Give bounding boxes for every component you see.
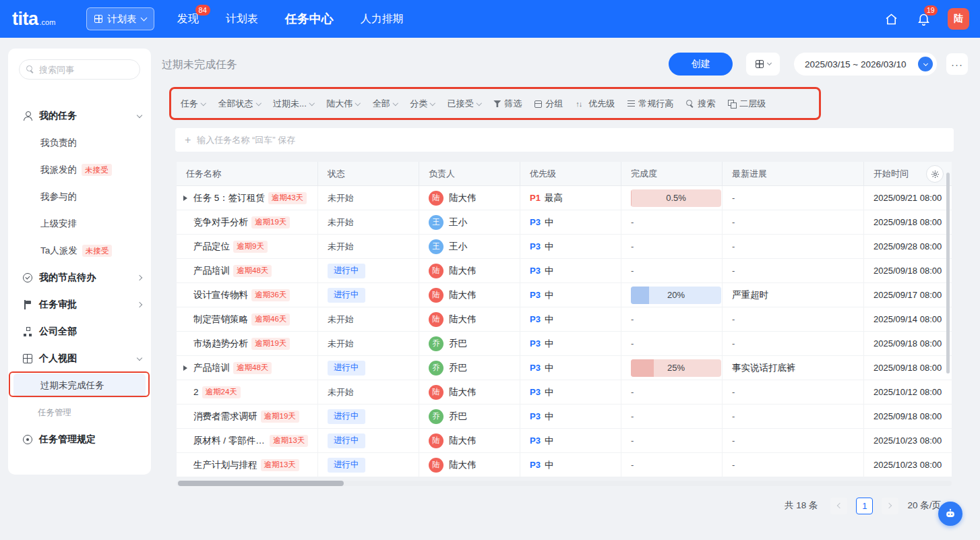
- priority-code: P3: [530, 436, 541, 446]
- filter-dropdown-3[interactable]: 过期未...: [273, 98, 313, 110]
- sidebar-item-10[interactable]: 个人视图: [8, 345, 151, 372]
- colleague-search-input[interactable]: [39, 65, 127, 75]
- status-label[interactable]: 未开始: [328, 313, 354, 326]
- task-name[interactable]: 市场趋势分析: [193, 338, 248, 350]
- notifications-button[interactable]: 19: [915, 11, 931, 27]
- horizontal-scrollbar-track[interactable]: [177, 481, 952, 486]
- status-label[interactable]: 未开始: [328, 192, 354, 204]
- topnav-item-1[interactable]: 发现84: [177, 12, 199, 26]
- column-header-6[interactable]: 最新进展: [723, 162, 864, 185]
- toolbar-funnel-button[interactable]: 筛选: [493, 98, 522, 110]
- filter-dropdown-7[interactable]: 已接受: [448, 98, 481, 110]
- tita-logo[interactable]: tita.com: [12, 9, 55, 30]
- task-row-9[interactable]: 2逾期24天未开始陆陆大伟P3中--2025/10/12 08:00: [177, 380, 952, 404]
- create-button[interactable]: 创建: [669, 53, 733, 76]
- current-page-button[interactable]: 1: [856, 498, 873, 514]
- status-label[interactable]: 进行中: [328, 458, 365, 473]
- task-row-2[interactable]: 竞争对手分析逾期19天未开始王王小P3中--2025/09/18 08:00: [177, 210, 952, 235]
- status-label[interactable]: 进行中: [328, 264, 365, 278]
- task-name[interactable]: 任务 5：签订租赁: [193, 192, 265, 204]
- task-name[interactable]: 制定营销策略: [193, 313, 248, 326]
- task-row-4[interactable]: 产品培训逾期48天进行中陆陆大伟P3中--2025/09/18 08:00: [177, 259, 952, 283]
- task-row-5[interactable]: 设计宣传物料逾期36天进行中陆陆大伟P3中20%严重超时2025/09/17 0…: [177, 283, 952, 307]
- task-name[interactable]: 2: [193, 387, 199, 397]
- next-page-button[interactable]: [882, 498, 898, 514]
- sidebar-item-3[interactable]: 我派发的未接受: [8, 156, 151, 183]
- column-header-4[interactable]: 优先级: [520, 162, 621, 185]
- status-label[interactable]: 进行中: [328, 433, 365, 448]
- column-header-2[interactable]: 状态: [318, 162, 419, 185]
- task-row-11[interactable]: 原材料 / 零部件采购逾期13天进行中陆陆大伟P3中--2025/10/23 0…: [177, 429, 952, 453]
- task-row-1[interactable]: 任务 5：签订租赁逾期43天未开始陆陆大伟P1最高0.5%-2025/09/21…: [177, 186, 952, 210]
- more-options-button[interactable]: ···: [946, 53, 968, 75]
- task-name[interactable]: 产品培训: [193, 362, 230, 374]
- column-header-3[interactable]: 负责人: [419, 162, 520, 185]
- status-label[interactable]: 未开始: [328, 338, 354, 350]
- user-avatar[interactable]: 陆: [948, 8, 969, 30]
- task-row-6[interactable]: 制定营销策略逾期46天未开始陆陆大伟P3中--2025/09/14 08:00: [177, 307, 952, 332]
- task-row-10[interactable]: 消费者需求调研逾期19天进行中乔乔巴P3中--2025/09/18 08:00: [177, 404, 952, 429]
- filter-dropdown-5[interactable]: 全部: [373, 98, 398, 110]
- sidebar-item-9[interactable]: 公司全部: [8, 318, 151, 345]
- view-switch-button[interactable]: [746, 53, 780, 76]
- status-label[interactable]: 进行中: [328, 361, 365, 376]
- customer-service-bot-button[interactable]: [938, 502, 962, 526]
- topnav-item-4[interactable]: 人力排期: [361, 12, 404, 26]
- page-size-select[interactable]: 20 条/页: [907, 500, 941, 512]
- toolbar-sort-button[interactable]: 优先级: [576, 98, 615, 110]
- toolbar-grouping-button[interactable]: 分组: [534, 98, 563, 110]
- task-name[interactable]: 生产计划与排程: [193, 459, 257, 471]
- prev-page-button[interactable]: [830, 498, 847, 514]
- planner-label: 计划表: [107, 13, 137, 26]
- planner-dropdown-button[interactable]: 计划表: [86, 7, 154, 30]
- task-name[interactable]: 消费者需求调研: [193, 411, 257, 423]
- task-name[interactable]: 竞争对手分析: [193, 216, 248, 229]
- status-label[interactable]: 进行中: [328, 288, 365, 303]
- expand-caret-icon[interactable]: [183, 365, 187, 371]
- owner-name: 王小: [449, 241, 467, 253]
- sidebar-item-8[interactable]: 任务审批: [8, 291, 151, 318]
- status-label[interactable]: 未开始: [328, 216, 354, 229]
- task-name[interactable]: 设计宣传物料: [193, 289, 248, 301]
- task-row-3[interactable]: 产品定位逾期9天未开始王王小P3中--2025/09/28 08:00: [177, 235, 952, 259]
- sidebar-item-2[interactable]: 我负责的: [8, 129, 151, 156]
- column-header-5[interactable]: 完成度: [621, 162, 723, 185]
- status-label[interactable]: 未开始: [328, 241, 354, 253]
- progress-empty: -: [631, 217, 634, 227]
- status-label[interactable]: 进行中: [328, 409, 365, 424]
- home-button[interactable]: [883, 11, 899, 27]
- filter-dropdown-2[interactable]: 全部状态: [218, 98, 261, 110]
- horizontal-scrollbar-thumb[interactable]: [178, 481, 344, 486]
- sidebar-item-1[interactable]: 我的任务: [8, 102, 151, 129]
- task-row-7[interactable]: 市场趋势分析逾期19天未开始乔乔巴P3中--2025/09/18 08:00: [177, 332, 952, 356]
- toolbar-row-height-button[interactable]: 常规行高: [627, 98, 673, 110]
- topnav-item-2[interactable]: 计划表: [226, 12, 258, 26]
- sidebar-item-5[interactable]: 上级安排: [8, 210, 151, 237]
- filter-dropdown-6[interactable]: 分类: [410, 98, 435, 110]
- quick-add-task-input[interactable]: + 输入任务名称 “回车” 保存: [175, 128, 954, 152]
- latest-progress-cell: -: [723, 332, 864, 355]
- status-label[interactable]: 未开始: [328, 386, 354, 398]
- filter-dropdown-1[interactable]: 任务: [181, 98, 206, 110]
- sidebar-item-11[interactable]: 过期未完成任务: [13, 373, 146, 398]
- date-range-picker[interactable]: 2025/03/15 ~ 2026/03/10: [794, 53, 937, 76]
- column-settings-button[interactable]: [926, 165, 944, 183]
- task-name[interactable]: 原材料 / 零部件采购: [193, 435, 266, 447]
- toolbar-hierarchy-button[interactable]: 二层级: [728, 98, 766, 110]
- topnav-item-3[interactable]: 任务中心: [285, 11, 334, 27]
- sidebar-item-7[interactable]: 我的节点待办: [8, 264, 151, 291]
- task-row-8[interactable]: 产品培训逾期48天进行中乔乔巴P3中25%事实说话打底裤2025/09/18 0…: [177, 356, 952, 380]
- filter-dropdown-4[interactable]: 陆大伟: [326, 98, 360, 110]
- task-row-12[interactable]: 生产计划与排程逾期13天进行中陆陆大伟P3中--2025/10/23 08:00: [177, 453, 952, 477]
- owner-cell: 陆陆大伟: [419, 453, 520, 477]
- column-header-1[interactable]: 任务名称: [177, 162, 318, 185]
- toolbar-search-button[interactable]: 搜索: [686, 98, 715, 110]
- task-name[interactable]: 产品培训: [193, 265, 230, 277]
- priority-label: 中: [545, 289, 554, 301]
- sidebar-item-13[interactable]: 任务管理规定: [8, 426, 151, 453]
- sidebar-item-6[interactable]: Ta人派发未接受: [8, 237, 151, 264]
- task-name[interactable]: 产品定位: [193, 241, 230, 253]
- sidebar-item-4[interactable]: 我参与的: [8, 183, 151, 210]
- expand-caret-icon[interactable]: [183, 196, 187, 201]
- vertical-scrollbar[interactable]: [946, 173, 950, 373]
